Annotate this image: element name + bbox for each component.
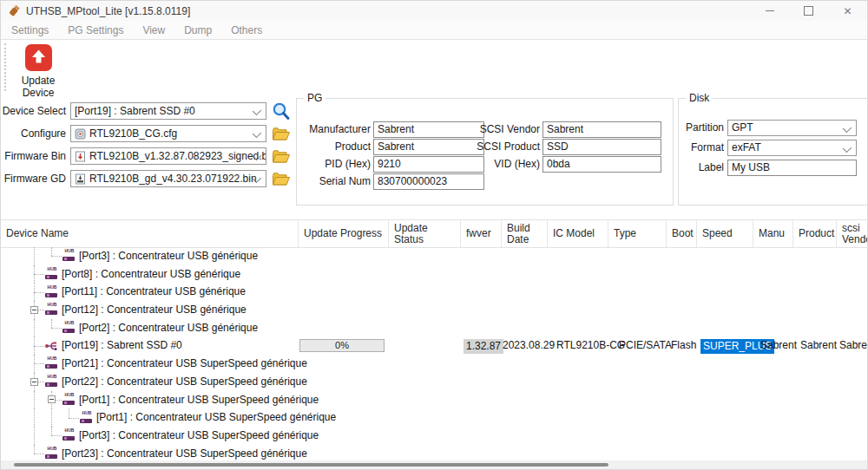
serial-num-field[interactable]: 830700000023 xyxy=(373,173,484,190)
form-row-0: Device Select[Port19] : Sabrent SSD #0 xyxy=(1,102,296,120)
tree-row-3[interactable]: HUB[Port11] : Concentrateur USB génériqu… xyxy=(1,283,868,301)
scsi-vendor-field[interactable]: Sabrent xyxy=(542,121,661,138)
tree-row-5[interactable]: HUB[Port2] : Concentrateur USB générique xyxy=(1,319,868,337)
tree-item-label[interactable]: [Port21] : Concentrateur USB SuperSpeed … xyxy=(62,355,307,373)
browse-folder-button[interactable] xyxy=(270,170,293,187)
column-header-fwver[interactable]: fwver xyxy=(461,220,502,247)
column-header-type[interactable]: Type xyxy=(608,220,667,247)
manufacturer-field[interactable]: Sabrent xyxy=(373,121,484,138)
search-button[interactable] xyxy=(270,102,293,120)
tree-row-1[interactable]: HUB[Port3] : Concentrateur USB générique xyxy=(1,247,868,265)
menu-item-others[interactable]: Others xyxy=(227,23,266,38)
column-header-boot[interactable]: Boot xyxy=(667,220,697,247)
collapse-expander-icon[interactable] xyxy=(48,395,56,403)
tree-item-label[interactable]: [Port12] : Concentrateur USB générique xyxy=(62,301,247,319)
tree-connector xyxy=(69,418,79,419)
configure-combobox[interactable]: RTL9210B_CG.cfg xyxy=(70,125,266,142)
tree-branch-line xyxy=(34,346,35,355)
partition-dropdown[interactable]: GPT xyxy=(727,120,857,136)
usb-hub-icon: HUB xyxy=(44,286,58,298)
menu-item-dump[interactable]: Dump xyxy=(181,23,215,38)
pg-left-label-2: PID (Hex) xyxy=(297,156,371,173)
tree-branch-line xyxy=(34,355,35,363)
scrollbar-thumb[interactable] xyxy=(14,463,608,467)
pid-hex--field[interactable]: 9210 xyxy=(373,156,484,173)
column-header-build-date[interactable]: Build Date xyxy=(502,220,548,247)
close-icon[interactable]: ✕ xyxy=(828,1,867,21)
tree-item-label[interactable]: [Port11] : Concentrateur USB générique xyxy=(62,283,246,301)
product-field[interactable]: Sabrent xyxy=(373,139,484,155)
collapse-expander-icon[interactable] xyxy=(30,306,38,314)
tree-row-10[interactable]: HUB[Port1] : Concentrateur USB SuperSpee… xyxy=(1,408,868,427)
tree-item-label[interactable]: [Port3] : Concentrateur USB SuperSpeed g… xyxy=(79,427,319,445)
tree-item-label[interactable]: [Port8] : Concentrateur USB générique xyxy=(62,265,240,284)
tree-connector xyxy=(51,328,62,329)
device-select-label: Device Select xyxy=(1,102,66,120)
tree-connector xyxy=(34,274,44,275)
device-select-combobox[interactable]: [Port19] : Sabrent SSD #0 xyxy=(70,102,266,120)
column-header-scsi-vendor[interactable]: scsi Vendor xyxy=(837,220,868,247)
type-cell: PCIE/SATA xyxy=(619,336,672,355)
scsi-product-field[interactable]: SSD xyxy=(542,139,661,155)
maximize-button[interactable] xyxy=(789,1,828,21)
browse-folder-button[interactable] xyxy=(270,147,293,165)
menu-item-settings[interactable]: Settings xyxy=(8,23,52,38)
pg-left-label-1: Product xyxy=(297,139,371,155)
update-device-label: Update Device xyxy=(8,75,69,99)
tree-item-label[interactable]: [Port1] : Concentrateur USB SuperSpeed g… xyxy=(79,391,319,409)
column-header-speed[interactable]: Speed xyxy=(697,220,753,247)
update-progress-bar: 0% xyxy=(299,339,385,352)
cfg-file-icon xyxy=(75,128,86,140)
window-controls: ✕ xyxy=(750,1,867,21)
minimize-button[interactable] xyxy=(750,1,789,21)
tree-item-label[interactable]: [Port19] : Sabrent SSD #0 xyxy=(62,336,182,355)
vid-hex--field[interactable]: 0bda xyxy=(542,156,661,173)
pg-right-label-0: SCSI Vendor xyxy=(470,121,540,138)
pg-group-title: PG xyxy=(304,92,326,104)
combo-value: [Port19] : Sabrent SSD #0 xyxy=(75,105,195,117)
form-row-2: Firmware BinRTL9210B_v1.32.87.082923_sig… xyxy=(1,147,296,165)
tree-row-6[interactable]: [Port19] : Sabrent SSD #00%1.32.872023.0… xyxy=(1,336,868,355)
firmware-bin-label: Firmware Bin xyxy=(1,147,66,165)
menu-bar: SettingsPG SettingsViewDumpOthers xyxy=(1,21,867,40)
tree-row-4[interactable]: HUB[Port12] : Concentrateur USB génériqu… xyxy=(1,301,868,319)
tree-guide-line xyxy=(34,391,35,409)
tree-connector xyxy=(51,256,62,257)
tree-branch-line xyxy=(34,265,35,274)
pg-group: PG ManufacturerSabrentProductSabrentPID … xyxy=(296,98,674,206)
tree-connector xyxy=(34,454,44,454)
firmware-bin-combobox[interactable]: RTL9210B_v1.32.87.082923_signed.bin xyxy=(70,147,266,165)
chevron-down-icon xyxy=(253,107,261,115)
tree-row-11[interactable]: HUB[Port3] : Concentrateur USB SuperSpee… xyxy=(1,427,868,445)
tree-row-8[interactable]: HUB[Port22] : Concentrateur USB SuperSpe… xyxy=(1,373,868,391)
browse-folder-button[interactable] xyxy=(270,125,293,142)
column-header-device-name[interactable]: Device Name xyxy=(1,220,299,247)
format-dropdown[interactable]: exFAT xyxy=(727,140,857,156)
column-header-update-progress[interactable]: Update Progress xyxy=(299,220,389,247)
tree-item-label[interactable]: [Port3] : Concentrateur USB générique xyxy=(79,247,258,265)
update-device-button[interactable]: Update Device xyxy=(8,42,69,99)
tree-row-7[interactable]: HUB[Port21] : Concentrateur USB SuperSpe… xyxy=(1,355,868,373)
tree-row-2[interactable]: HUB[Port8] : Concentrateur USB générique xyxy=(1,265,868,284)
label-field[interactable]: My USB xyxy=(727,160,857,176)
column-header-ic-model[interactable]: IC Model xyxy=(548,220,608,247)
firmware-gd-combobox[interactable]: RTL9210B_gd_v4.30.23.071922.bin xyxy=(70,170,266,187)
usb-hub-icon: HUB xyxy=(44,375,58,388)
tree-row-9[interactable]: HUB[Port1] : Concentrateur USB SuperSpee… xyxy=(1,391,868,409)
column-header-manu[interactable]: Manu xyxy=(753,220,793,247)
tree-guide-line xyxy=(51,408,52,427)
tree-item-label[interactable]: [Port2] : Concentrateur USB générique xyxy=(79,319,258,337)
column-header-update-status[interactable]: Update Status xyxy=(389,220,461,247)
usb-hub-icon: HUB xyxy=(44,268,58,280)
menu-item-view[interactable]: View xyxy=(139,23,168,38)
column-header-product[interactable]: Product xyxy=(793,220,837,247)
menu-item-pg-settings[interactable]: PG Settings xyxy=(64,23,127,38)
manu-cell: Sabrent xyxy=(760,336,797,355)
tree-item-label[interactable]: [Port22] : Concentrateur USB SuperSpeed … xyxy=(62,373,307,391)
tree-guide-line xyxy=(34,408,35,427)
horizontal-scrollbar[interactable] xyxy=(1,460,867,469)
collapse-expander-icon[interactable] xyxy=(30,378,38,386)
product-cell: Sabrent xyxy=(800,336,837,355)
form-row-1: ConfigureRTL9210B_CG.cfg xyxy=(1,125,296,142)
tree-item-label[interactable]: [Port1] : Concentrateur USB SuperSpeed g… xyxy=(96,408,336,427)
